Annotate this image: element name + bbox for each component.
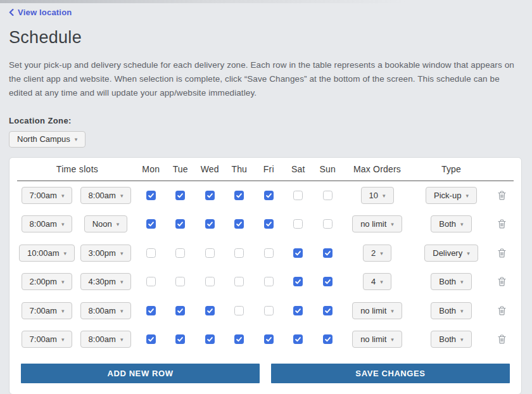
end-time-select[interactable]: 8:00am ▾ <box>80 331 132 348</box>
header-day-fri: Fri <box>254 164 284 174</box>
table-row: 10:00am ▾ 3:00pm ▾ 2 ▾ Delivery ▾ <box>10 239 521 268</box>
day-checkbox-mon[interactable] <box>146 334 156 344</box>
chevron-down-icon: ▾ <box>61 308 65 314</box>
day-checkbox-thu[interactable] <box>234 248 244 258</box>
save-changes-button[interactable]: SAVE CHANGES <box>271 364 510 383</box>
day-checkbox-mon[interactable] <box>146 191 156 200</box>
day-checkbox-mon[interactable] <box>146 219 156 229</box>
day-checkbox-thu[interactable] <box>234 306 244 315</box>
day-checkbox-mon[interactable] <box>146 277 156 286</box>
chevron-down-icon: ▾ <box>120 193 124 199</box>
day-checkbox-wed[interactable] <box>205 306 215 315</box>
day-checkbox-wed[interactable] <box>205 248 215 258</box>
day-checkbox-tue[interactable] <box>175 277 185 286</box>
day-checkbox-fri[interactable] <box>264 334 274 344</box>
max-orders-select[interactable]: no limit ▾ <box>352 331 402 348</box>
day-checkbox-thu[interactable] <box>234 219 244 229</box>
type-select[interactable]: Both ▾ <box>431 215 471 232</box>
chevron-down-icon: ▾ <box>75 137 78 143</box>
page-description: Set your pick-up and delivery schedule f… <box>9 58 523 100</box>
type-select[interactable]: Delivery ▾ <box>424 245 478 262</box>
day-checkbox-sat[interactable] <box>293 191 303 200</box>
delete-row-button[interactable] <box>498 277 506 286</box>
page-title: Schedule <box>9 28 523 48</box>
header-day-mon: Mon <box>136 164 166 174</box>
start-time-select[interactable]: 10:00am ▾ <box>19 245 75 262</box>
day-checkbox-thu[interactable] <box>234 191 244 200</box>
end-time-select[interactable]: 8:00am ▾ <box>80 302 132 319</box>
day-checkbox-wed[interactable] <box>205 219 215 229</box>
max-orders-select[interactable]: no limit ▾ <box>352 302 402 319</box>
end-time-select[interactable]: 4:30pm ▾ <box>80 273 132 290</box>
day-checkbox-sun[interactable] <box>323 277 332 286</box>
end-time-select[interactable]: Noon ▾ <box>84 215 128 232</box>
delete-row-button[interactable] <box>498 334 506 344</box>
header-day-wed: Wed <box>195 164 225 174</box>
type-select[interactable]: Both ▾ <box>431 273 471 290</box>
header-day-thu: Thu <box>225 164 255 174</box>
day-checkbox-sun[interactable] <box>323 306 332 315</box>
chevron-down-icon: ▾ <box>460 337 464 343</box>
max-orders-select[interactable]: 10 ▾ <box>361 187 394 204</box>
day-checkbox-tue[interactable] <box>175 219 185 229</box>
day-checkbox-thu[interactable] <box>234 277 244 286</box>
delete-row-button[interactable] <box>498 248 506 258</box>
type-select[interactable]: Both ▾ <box>431 331 471 348</box>
chevron-down-icon: ▾ <box>383 193 386 199</box>
start-time-select[interactable]: 2:00pm ▾ <box>22 273 73 290</box>
start-time-select[interactable]: 7:00am ▾ <box>22 331 73 348</box>
type-select[interactable]: Both ▾ <box>431 302 471 319</box>
table-row: 7:00am ▾ 8:00am ▾ no limit ▾ Both ▾ <box>10 325 521 354</box>
day-checkbox-fri[interactable] <box>264 191 274 200</box>
max-orders-select[interactable]: no limit ▾ <box>352 215 402 232</box>
day-checkbox-fri[interactable] <box>264 219 274 229</box>
day-checkbox-sat[interactable] <box>293 334 303 344</box>
chevron-down-icon: ▾ <box>120 251 124 257</box>
day-checkbox-mon[interactable] <box>146 248 156 258</box>
day-checkbox-wed[interactable] <box>205 191 215 200</box>
delete-row-button[interactable] <box>498 191 506 200</box>
day-checkbox-sun[interactable] <box>323 219 332 229</box>
trash-icon <box>498 277 506 286</box>
end-time-select[interactable]: 3:00pm ▾ <box>80 245 132 262</box>
view-location-back-link[interactable]: View location <box>9 8 72 17</box>
start-time-select[interactable]: 7:00am ▾ <box>22 302 73 319</box>
start-time-select[interactable]: 8:00am ▾ <box>22 215 73 232</box>
day-checkbox-tue[interactable] <box>175 306 185 315</box>
day-checkbox-tue[interactable] <box>175 248 185 258</box>
delete-row-button[interactable] <box>498 219 506 229</box>
day-checkbox-sat[interactable] <box>293 219 303 229</box>
day-checkbox-fri[interactable] <box>264 306 274 315</box>
day-checkbox-thu[interactable] <box>234 334 244 344</box>
delete-row-button[interactable] <box>498 306 506 315</box>
header-max-orders: Max Orders <box>343 164 412 174</box>
start-time-select[interactable]: 7:00am ▾ <box>22 187 73 204</box>
location-zone-select[interactable]: North Campus ▾ <box>9 131 86 148</box>
day-checkbox-tue[interactable] <box>175 191 185 200</box>
day-checkbox-sun[interactable] <box>323 191 332 200</box>
day-checkbox-fri[interactable] <box>264 277 274 286</box>
trash-icon <box>498 219 506 229</box>
schedule-table: Time slots MonTueWedThuFriSatSunMax Orde… <box>9 157 522 394</box>
type-select[interactable]: Pick-up ▾ <box>426 187 477 204</box>
day-checkbox-tue[interactable] <box>175 334 185 344</box>
table-row: 2:00pm ▾ 4:30pm ▾ 4 ▾ Both ▾ <box>10 267 521 296</box>
add-new-row-button[interactable]: ADD NEW ROW <box>21 364 260 383</box>
day-checkbox-fri[interactable] <box>264 248 274 258</box>
chevron-down-icon: ▾ <box>391 222 394 227</box>
day-checkbox-sat[interactable] <box>293 306 303 315</box>
day-checkbox-sat[interactable] <box>293 248 303 258</box>
table-header-row: Time slots MonTueWedThuFriSatSunMax Orde… <box>10 158 521 181</box>
trash-icon <box>498 306 506 315</box>
table-actions: ADD NEW ROW SAVE CHANGES <box>10 364 521 383</box>
day-checkbox-wed[interactable] <box>205 277 215 286</box>
day-checkbox-wed[interactable] <box>205 334 215 344</box>
day-checkbox-mon[interactable] <box>146 306 156 315</box>
day-checkbox-sun[interactable] <box>323 334 332 344</box>
day-checkbox-sun[interactable] <box>323 248 332 258</box>
max-orders-select[interactable]: 4 ▾ <box>363 273 391 290</box>
end-time-select[interactable]: 8:00am ▾ <box>80 187 132 204</box>
day-checkbox-sat[interactable] <box>293 277 303 286</box>
max-orders-select[interactable]: 2 ▾ <box>363 245 391 262</box>
chevron-down-icon: ▾ <box>391 308 394 314</box>
